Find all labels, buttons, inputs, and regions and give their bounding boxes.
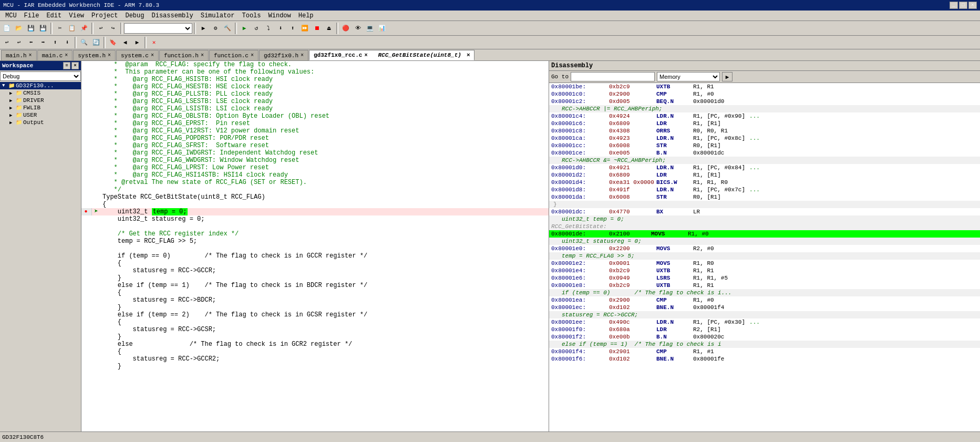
editor-area: * @param RCC_FLAG: specify the flag to c…	[81, 61, 549, 431]
tab-main-h[interactable]: main.h×	[1, 50, 37, 60]
editor-close-btn[interactable]: ×	[467, 52, 470, 58]
tab-system-c[interactable]: system.c×	[116, 50, 159, 60]
tb2-btn5[interactable]: ⬆	[49, 37, 61, 48]
close-btn[interactable]: ×	[968, 2, 977, 9]
tree-expand-icon[interactable]: ▶	[9, 98, 15, 104]
goto-input[interactable]	[571, 72, 655, 81]
sidebar-close-btn[interactable]: ×	[71, 62, 79, 69]
minimize-btn[interactable]: _	[950, 2, 958, 9]
disasm-line: 0x80001ce:0xe005B.N0x80001dc	[549, 149, 980, 157]
tab-close-main-h[interactable]: ×	[29, 53, 32, 58]
bp-btn[interactable]: 🔴	[340, 23, 352, 34]
tab-gd32f1x0-rcc-c[interactable]: gd32f1x0_rcc.c×RCC_GetBitState(uint8_t)×	[309, 50, 474, 60]
sep8	[104, 37, 106, 48]
menu-item-help[interactable]: Help	[295, 12, 317, 20]
register-btn[interactable]: 📊	[376, 23, 388, 34]
tb2-replace-btn[interactable]: 🔄	[90, 37, 102, 48]
tab-function-h[interactable]: function.h×	[159, 50, 209, 60]
tree-item-GD32F130---[interactable]: ▼📁 GD32F130...	[0, 82, 81, 89]
compile-btn[interactable]: ⚙	[210, 23, 221, 34]
tab-close-gd32f1x0-h[interactable]: ×	[301, 53, 304, 58]
tb2-btn2[interactable]: ↩	[13, 37, 25, 48]
line-content: * @arg RCC_FLAG_V12RST: V12 power domain…	[100, 127, 299, 135]
menu-item-view[interactable]: View	[66, 12, 87, 20]
debug-stop-btn[interactable]: ⏏	[323, 23, 335, 34]
save-all-btn[interactable]: 💾	[37, 23, 49, 34]
tb2-btn1[interactable]: ↩	[1, 37, 13, 48]
disasm-line: 0x80001c6:0x6809LDRR1, [R1]	[549, 120, 980, 127]
menu-item-file[interactable]: File	[21, 12, 43, 20]
make-btn[interactable]: ▶	[198, 23, 209, 34]
tree-expand-icon[interactable]: ▼	[2, 83, 7, 88]
save-btn[interactable]: 💾	[25, 23, 37, 34]
new-btn[interactable]: 📄	[1, 23, 13, 34]
tab-close-function-h[interactable]: ×	[201, 53, 204, 58]
line-content: * @arg RCC_FLAG_LSESTB: LSE clock ready	[100, 98, 273, 105]
menu-item-tools[interactable]: Tools	[239, 12, 264, 20]
menu-item-project[interactable]: Project	[88, 12, 121, 20]
tab-system-h[interactable]: system.h×	[73, 50, 116, 60]
tab-main-c[interactable]: main.c×	[37, 50, 73, 60]
tab-close-function-c[interactable]: ×	[251, 53, 254, 58]
line-content: * @arg RCC_FLAG_POPDRST: POR/PDR reset	[100, 135, 269, 142]
tab-close-system-h[interactable]: ×	[108, 53, 111, 58]
step-in-btn[interactable]: ⬇	[275, 23, 286, 34]
build-btn[interactable]: 🔨	[222, 23, 233, 34]
config-dropdown[interactable]	[124, 23, 192, 34]
line-content: }	[100, 304, 121, 311]
disasm-line: 0x80001d8:0x491fLDR.NR1, [PC, #0x7c]...	[549, 186, 980, 193]
tab-gd32f1x0-h[interactable]: gd32f1x0.h×	[259, 50, 308, 60]
cut-btn[interactable]: ✂	[54, 23, 66, 34]
tree-expand-icon[interactable]: ▶	[9, 90, 15, 96]
step-over-btn[interactable]: ⤵	[263, 23, 274, 34]
break-btn[interactable]: ⏹	[311, 23, 323, 34]
tab-close-gd32f1x0-rcc-c[interactable]: ×	[364, 53, 367, 58]
menu-item-mcu[interactable]: MCU	[2, 12, 20, 20]
tb2-x-btn[interactable]: ✕	[148, 37, 160, 48]
menu-item-edit[interactable]: Edit	[43, 12, 65, 20]
open-btn[interactable]: 📂	[13, 23, 25, 34]
tb2-next-bm-btn[interactable]: ▶	[131, 37, 143, 48]
tab-close-main-c[interactable]: ×	[65, 53, 68, 58]
tab-function-c[interactable]: function.c×	[209, 50, 259, 60]
maximize-btn[interactable]: □	[959, 2, 967, 9]
tb2-bookmark-btn[interactable]: 🔖	[107, 37, 119, 48]
tb2-btn3[interactable]: ⬅	[25, 37, 37, 48]
tree-item-CMSIS[interactable]: ▶📁 CMSIS	[0, 89, 81, 97]
disasm-content[interactable]: 0x80001be:0xb2c9UXTBR1, R10x80001c0:0x29…	[549, 83, 980, 431]
tb2-find-btn[interactable]: 🔍	[78, 37, 90, 48]
redo-btn[interactable]: ↪	[107, 23, 119, 34]
watch-btn[interactable]: 👁	[352, 23, 364, 34]
step-out-btn[interactable]: ⬆	[287, 23, 298, 34]
tree-item-FWLIB[interactable]: ▶📁 FWLIB	[0, 104, 81, 111]
tab-close-system-c[interactable]: ×	[151, 53, 154, 58]
run-btn[interactable]: ⏩	[299, 23, 311, 34]
code-container[interactable]: * @param RCC_FLAG: specify the flag to c…	[81, 61, 549, 431]
workspace-config-dropdown[interactable]: Debug	[0, 71, 81, 81]
copy-btn[interactable]: 📋	[66, 23, 78, 34]
sidebar-icons-btn[interactable]: ≡	[63, 62, 70, 69]
menu-item-debug[interactable]: Debug	[122, 12, 147, 20]
tree-expand-icon[interactable]: ▶	[9, 105, 15, 111]
goto-go-btn[interactable]: ▶	[722, 72, 733, 81]
tb2-btn4[interactable]: ➡	[37, 37, 49, 48]
menu-item-disassembly[interactable]: Disassembly	[148, 12, 196, 20]
tree-item-Output[interactable]: ▶📁 Output	[0, 119, 81, 126]
undo-btn[interactable]: ↩	[95, 23, 107, 34]
tree-item-DRIVER[interactable]: ▶📁 DRIVER	[0, 97, 81, 104]
tree-item-USER[interactable]: ▶📁 USER	[0, 111, 81, 119]
paste-btn[interactable]: 📌	[78, 23, 90, 34]
debug-start-btn[interactable]: ▶	[239, 23, 250, 34]
line-content: * @arg RCC_FLAG_OBLSTB: Option Byte Load…	[100, 112, 329, 120]
debug-restart-btn[interactable]: ↺	[251, 23, 262, 34]
menu-item-window[interactable]: Window	[265, 12, 294, 20]
menu-item-simulator[interactable]: Simulator	[198, 12, 238, 20]
memory-btn[interactable]: 💻	[364, 23, 376, 34]
memory-dropdown[interactable]: Memory	[657, 72, 720, 81]
tb2-prev-bm-btn[interactable]: ◀	[119, 37, 131, 48]
tb2-btn6[interactable]: ⬇	[61, 37, 73, 48]
tree-expand-icon[interactable]: ▶	[9, 120, 15, 126]
disasm-line: 0x80001e8:0xb2c9UXTBR1, R1	[549, 282, 980, 289]
tree-expand-icon[interactable]: ▶	[9, 112, 15, 118]
status-text: GD32F130C8T6	[2, 434, 44, 440]
